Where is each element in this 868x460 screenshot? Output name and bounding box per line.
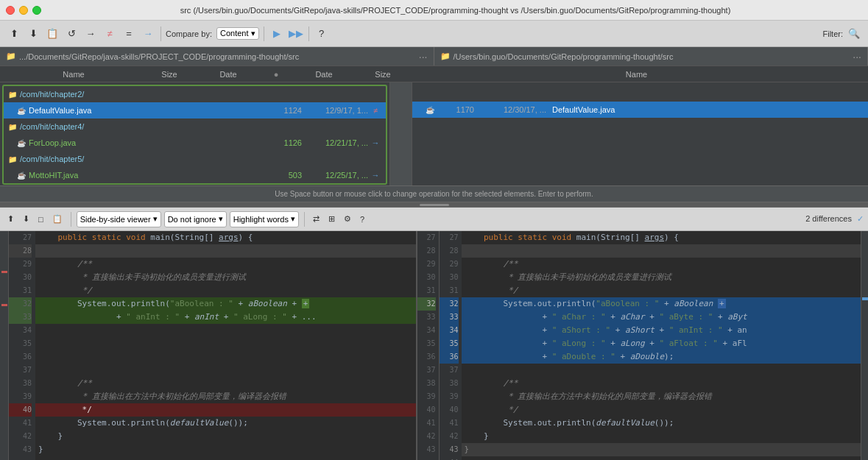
forward-button[interactable]: → <box>82 26 99 42</box>
diff-toolbar: ⬆ ⬇ □ 📋 Side-by-side viewer ▾ Do not ign… <box>0 208 868 231</box>
ignore-dropdown[interactable]: Do not ignore ▾ <box>164 211 227 227</box>
left-path-text: .../Documents/GitRepo/java-skills/PROJEC… <box>19 52 299 61</box>
file-row-defaultvalue[interactable]: ☕ DefaultValue.java 1124 12/9/17, 1... ≠ <box>4 102 386 118</box>
compare-by-dropdown[interactable]: Content ▾ <box>216 27 259 40</box>
diff-prev-button[interactable]: ⬆ <box>4 211 17 227</box>
col-header-size-right[interactable]: Size <box>361 70 405 79</box>
scroll-indicator <box>862 297 868 300</box>
folder-chapter5[interactable]: 📁 /com/hit/chapter5/ <box>4 151 386 167</box>
right-code-area: public static void main(String[] args) {… <box>462 231 861 460</box>
java-icon: ☕ <box>17 107 26 115</box>
ln-36-left: 36 <box>9 350 32 364</box>
file-date-right: 12/30/17, ... <box>480 105 546 114</box>
col-header-name-right[interactable]: Name <box>405 70 868 79</box>
middle-divider <box>390 82 412 185</box>
ln-37-left: 37 <box>9 364 32 377</box>
diff-copy-btn[interactable]: 📋 <box>49 211 66 227</box>
ln-28-left: 28 <box>9 244 32 258</box>
ln-39-left: 39 <box>9 390 32 403</box>
code-line-27-right: public static void main(String[] args) { <box>462 231 861 244</box>
code-line-39-right: * 直接输出在方法中未初始化的局部变量，编译器会报错 <box>462 390 861 403</box>
ln-40-left: 40 <box>9 403 32 417</box>
col-header-size-left[interactable]: Size <box>147 70 191 79</box>
diff-icon-defaultvalue: ≠ <box>368 106 383 115</box>
ln-38-left: 38 <box>9 377 32 390</box>
code-line-41-right: System.out.println(defaultValue()); <box>462 417 861 430</box>
code-line-42-left: } <box>35 430 416 443</box>
ln-30-left: 30 <box>9 271 32 284</box>
equal-button[interactable]: = <box>121 26 137 42</box>
code-line-36-right: + " aDouble : " + aDouble); <box>462 350 861 364</box>
filter-label: Filter: <box>823 29 844 38</box>
right-path-text: /Users/bin.guo/Documents/GitRepo/program… <box>454 52 674 61</box>
minimize-button[interactable] <box>19 6 28 15</box>
left-diff-pane: 27 28 29 30 31 32 33 34 35 36 37 38 39 4… <box>9 231 417 460</box>
run-button[interactable]: ▶ <box>269 26 285 42</box>
file-name-defaultvalue: DefaultValue.java <box>29 106 265 115</box>
file-size-forloop: 1126 <box>265 138 302 147</box>
diff-marker-1 <box>1 271 7 273</box>
col-header-middle: ● <box>265 70 287 79</box>
diff-sync-button[interactable]: □ <box>35 211 46 227</box>
filter-search-button[interactable]: 🔍 <box>846 26 862 42</box>
status-text: Use Space button or mouse click to chang… <box>275 190 593 198</box>
col-header-date-left[interactable]: Date <box>191 70 265 79</box>
toolbar-separator-2 <box>264 26 264 41</box>
help-button[interactable]: ? <box>314 26 330 42</box>
grid-icon-btn[interactable]: ⊞ <box>325 211 338 227</box>
file-row-mottohit[interactable]: ☕ MottoHIT.java 503 12/25/17, ... → <box>4 167 386 183</box>
next-diff-button[interactable]: ⬇ <box>25 26 41 42</box>
drag-handle <box>420 204 449 206</box>
right-path-bar: 📁 /Users/bin.guo/Documents/GitRepo/progr… <box>434 47 869 66</box>
file-row-forloop[interactable]: ☕ ForLoop.java 1126 12/21/17, ... → <box>4 135 386 151</box>
panel-divider[interactable] <box>0 202 868 208</box>
center-right-nums: 27 28 29 30 31 32 33 34 35 36 37 38 39 4… <box>440 231 462 460</box>
refresh-button[interactable]: ↺ <box>63 26 80 42</box>
compare-by-label: Compare by: <box>166 29 212 38</box>
col-header-name-left[interactable]: Name <box>0 70 147 79</box>
diff-marker-2 <box>1 304 7 306</box>
swap-icon-btn[interactable]: ⇄ <box>310 211 322 227</box>
folder-icon-right: 📁 <box>440 52 451 61</box>
code-line-34-left <box>35 324 416 337</box>
maximize-button[interactable] <box>32 6 41 15</box>
path-bars: 📁 .../Documents/GitRepo/java-skills/PROJ… <box>0 47 868 66</box>
left-path-bar: 📁 .../Documents/GitRepo/java-skills/PROJ… <box>0 47 434 66</box>
file-row-defaultvalue-right[interactable]: ☕ 1170 12/30/17, ... DefaultValue.java <box>412 102 868 118</box>
code-line-34-right: + " aShort : " + aShort + " anInt : " + … <box>462 324 861 337</box>
folder-icon-ch4: 📁 <box>8 123 17 131</box>
copy-button[interactable]: 📋 <box>44 26 60 42</box>
folder-chapter2[interactable]: 📁 /com/hit/chapter2/ <box>4 86 386 102</box>
diff-next-button[interactable]: ⬇ <box>20 211 32 227</box>
code-line-41-left: System.out.println(defaultValue()); <box>35 417 416 430</box>
code-line-29-right: /** <box>462 258 861 271</box>
left-path-more[interactable]: ··· <box>419 51 428 63</box>
settings-icon-btn[interactable]: ⚙ <box>341 211 354 227</box>
title-bar: src (/Users/bin.guo/Documents/GitRepo/ja… <box>0 0 868 21</box>
ignore-dropdown-label: Do not ignore <box>168 215 216 224</box>
col-header-date-right[interactable]: Date <box>287 70 361 79</box>
diff-toolbar-sep1 <box>71 212 71 227</box>
diff-help-btn[interactable]: ? <box>357 211 367 227</box>
prev-diff-button[interactable]: ⬆ <box>6 26 22 42</box>
viewer-dropdown[interactable]: Side-by-side viewer ▾ <box>77 211 161 227</box>
run-all-button[interactable]: ▶▶ <box>288 26 304 42</box>
right-arrow-button[interactable]: → <box>140 26 156 42</box>
ln-42-left: 42 <box>9 430 32 443</box>
highlight-dropdown[interactable]: Highlight words ▾ <box>230 211 299 227</box>
close-button[interactable] <box>6 6 15 15</box>
code-line-40-right: */ <box>462 403 861 417</box>
code-line-31-left: */ <box>35 284 416 297</box>
code-line-29-left: /** <box>35 258 416 271</box>
ln-31-left: 31 <box>9 284 32 297</box>
folder-name-chapter2: /com/hit/chapter2/ <box>20 90 383 99</box>
ln-29-left: 29 <box>9 258 32 271</box>
right-file-tree: ☕ 1170 12/30/17, ... DefaultValue.java <box>412 82 868 185</box>
traffic-lights <box>6 6 41 15</box>
code-line-33-left: + " anInt : " + anInt + " aLong : " + ..… <box>35 311 416 324</box>
right-path-more[interactable]: ··· <box>853 51 861 63</box>
not-equal-button[interactable]: ≠ <box>102 26 118 42</box>
code-line-30-left: * 直接输出未手动初始化的成员变量进行测试 <box>35 271 416 284</box>
viewer-dropdown-label: Side-by-side viewer <box>80 215 151 224</box>
folder-chapter4[interactable]: 📁 /com/hit/chapter4/ <box>4 118 386 135</box>
